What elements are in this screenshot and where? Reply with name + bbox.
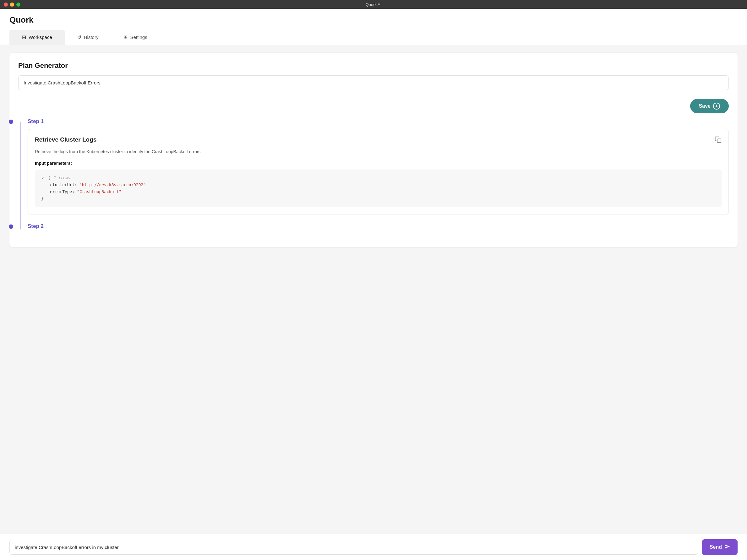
workspace-icon: ⊟	[22, 34, 26, 40]
close-button[interactable]	[4, 2, 8, 7]
step-1-title: Step 1	[28, 118, 729, 125]
save-button-label: Save	[699, 103, 711, 109]
history-icon: ↺	[77, 34, 81, 40]
step-1-dot	[9, 119, 13, 124]
step-1-card: Retrieve Cluster Logs Retrieve the logs …	[28, 129, 729, 214]
json-field-1: clusterUrl: "http://dev.k8s.marco:9292"	[50, 182, 715, 188]
app-header: Quork ⊟ Workspace ↺ History ⊞ Settings	[0, 9, 747, 45]
plan-generator-title: Plan Generator	[18, 61, 729, 70]
window-title: Quork AI	[366, 2, 382, 7]
tab-history[interactable]: ↺ History	[65, 30, 111, 45]
maximize-button[interactable]	[16, 2, 20, 7]
bottom-bar: Send	[0, 534, 747, 560]
json-block: ∨ { 2 items clusterUrl: "http://dev.k8s.…	[35, 169, 722, 207]
json-collapse-button[interactable]: ∨	[41, 176, 44, 180]
json-close-line: }	[41, 195, 715, 202]
main-content: Plan Generator Save + Step 1	[0, 45, 747, 556]
json-items-count: 2 items	[53, 176, 70, 180]
nav-tabs: ⊟ Workspace ↺ History ⊞ Settings	[9, 30, 738, 45]
plus-icon: +	[713, 103, 720, 110]
tab-workspace-label: Workspace	[29, 34, 52, 40]
tab-history-label: History	[84, 34, 99, 40]
settings-icon: ⊞	[124, 34, 128, 40]
step-1-card-title: Retrieve Cluster Logs	[35, 136, 97, 143]
save-btn-container: Save +	[18, 99, 729, 113]
step-1-card-header: Retrieve Cluster Logs	[35, 136, 722, 145]
traffic-lights	[4, 2, 20, 7]
send-button[interactable]: Send	[702, 539, 738, 555]
step-1: Step 1 Retrieve Cluster Logs Retri	[18, 118, 729, 214]
plan-input[interactable]	[18, 75, 729, 90]
json-open-line: ∨ { 2 items	[41, 175, 715, 182]
tab-settings[interactable]: ⊞ Settings	[111, 30, 160, 45]
app-container: Quork ⊟ Workspace ↺ History ⊞ Settings P…	[0, 9, 747, 560]
svg-rect-0	[717, 139, 721, 142]
tab-workspace[interactable]: ⊟ Workspace	[9, 30, 65, 45]
step-1-description: Retrieve the logs from the Kubernetes cl…	[35, 149, 722, 155]
send-icon	[724, 544, 730, 551]
save-button[interactable]: Save +	[690, 99, 729, 113]
input-params-label: Input parameters:	[35, 161, 722, 166]
step-2-dot	[9, 224, 13, 229]
step-2-title: Step 2	[28, 223, 729, 230]
json-field-2: errorType: "CrashLoopBackoff"	[50, 188, 715, 195]
send-button-label: Send	[710, 544, 722, 550]
steps-wrapper: Step 1 Retrieve Cluster Logs Retri	[18, 118, 729, 230]
copy-icon[interactable]	[715, 136, 722, 145]
minimize-button[interactable]	[10, 2, 14, 7]
plan-card: Plan Generator Save + Step 1	[9, 53, 738, 247]
json-value-cluster-url: "http://dev.k8s.marco:9292"	[79, 182, 146, 187]
chat-input[interactable]	[9, 540, 698, 555]
title-bar: Quork AI	[0, 0, 747, 9]
tab-settings-label: Settings	[130, 34, 147, 40]
json-value-error-type: "CrashLoopBackoff"	[77, 189, 121, 194]
app-logo: Quork	[9, 15, 738, 25]
step-2: Step 2	[18, 223, 729, 230]
